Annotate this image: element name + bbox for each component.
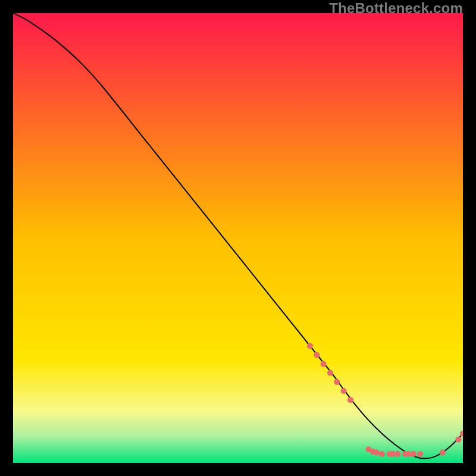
- data-point: [327, 370, 333, 376]
- data-point: [374, 450, 380, 456]
- data-point: [341, 388, 347, 394]
- data-point: [347, 397, 353, 403]
- chart-stage: TheBottleneck.com: [0, 0, 476, 476]
- data-point: [417, 451, 423, 457]
- data-point: [321, 361, 327, 367]
- data-point: [307, 343, 313, 349]
- data-point: [314, 352, 320, 358]
- plot-area: [13, 13, 463, 463]
- data-point: [411, 451, 416, 457]
- data-point: [379, 451, 385, 457]
- data-point: [394, 451, 400, 457]
- data-point: [455, 437, 461, 443]
- gradient-background: [13, 13, 463, 463]
- data-point: [440, 450, 446, 456]
- data-point: [334, 379, 340, 385]
- plot-svg: [13, 13, 463, 463]
